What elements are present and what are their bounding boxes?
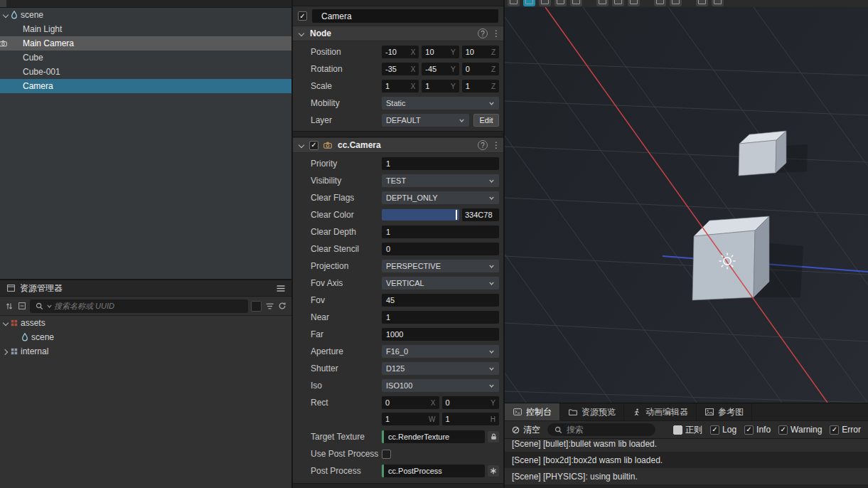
select-tool-icon[interactable] [508, 0, 520, 6]
number-input-z[interactable]: 10Z [462, 46, 499, 58]
collapse-chevron-icon[interactable] [298, 30, 305, 37]
number-input-x[interactable]: 0X [382, 396, 439, 409]
filter-checkbox[interactable] [744, 425, 754, 435]
collapse-all-icon[interactable] [17, 302, 27, 309]
near-input[interactable]: 1 [382, 311, 499, 324]
number-input-y[interactable]: 0Y [442, 396, 500, 409]
number-input-w[interactable]: 1W [382, 413, 439, 425]
help-icon[interactable]: ? [478, 28, 488, 38]
color-tag-toggle[interactable] [251, 301, 262, 312]
clear-console-button[interactable]: 清空 [510, 424, 540, 436]
number-input-y[interactable]: 1Y [422, 80, 459, 92]
aperture-select[interactable]: F16_0 [382, 345, 499, 358]
filter-error[interactable]: Error [830, 425, 861, 435]
gizmo-settings-icon[interactable] [696, 0, 708, 6]
collapse-chevron-icon[interactable] [298, 142, 305, 149]
number-input-x[interactable]: -10X [382, 46, 419, 58]
iso-select[interactable]: ISO100 [382, 379, 499, 392]
assets-search[interactable] [30, 299, 248, 313]
filter-checkbox[interactable] [778, 425, 788, 435]
camera-preview-icon[interactable] [0, 39, 7, 47]
fov-input[interactable]: 45 [382, 294, 499, 307]
camera-settings-icon[interactable] [712, 0, 724, 6]
clear-depth-input[interactable]: 1 [382, 226, 499, 238]
filter-warning[interactable]: Warning [778, 425, 822, 435]
number-input-x[interactable]: -35X [382, 63, 419, 75]
sort-assets-icon[interactable] [4, 302, 14, 310]
mobility-select[interactable]: Static [382, 97, 499, 110]
asset-item-scene[interactable]: scene [0, 330, 291, 344]
clear-color-swatch[interactable] [382, 209, 459, 221]
scene-canvas[interactable] [505, 7, 868, 403]
number-input-z[interactable]: 0Z [462, 63, 499, 75]
far-input[interactable]: 1000 [382, 328, 499, 341]
regex-toggle[interactable]: 正则 [673, 424, 702, 436]
hierarchy-item-camera[interactable]: Camera [0, 79, 291, 93]
shutter-select[interactable]: D125 [382, 362, 499, 375]
clear-stencil-input[interactable]: 0 [382, 243, 499, 255]
console-search[interactable] [547, 423, 655, 436]
clear-flags-select[interactable]: DEPTH_ONLY [382, 191, 499, 204]
filter-checkbox[interactable] [830, 425, 839, 435]
clear-color-hex[interactable]: 334C78 [462, 208, 499, 221]
section-header-node[interactable]: Node?⋮ [293, 26, 503, 41]
node-active-checkbox[interactable] [298, 11, 307, 21]
hierarchy-item-scene[interactable]: scene [0, 8, 291, 22]
scene-viewport[interactable] [505, 7, 868, 403]
tab-控制台[interactable]: 控制台 [505, 403, 560, 420]
tab-资源预览[interactable]: 资源预览 [560, 403, 624, 420]
menu-dots-icon[interactable]: ⋮ [492, 28, 498, 38]
number-input-y[interactable]: -45Y [422, 63, 459, 75]
priority-input[interactable]: 1 [382, 157, 499, 170]
log-row[interactable]: [Scene] [bullet]:bullet wasm lib loaded. [505, 439, 868, 452]
projection-select[interactable]: PERSPECTIVE [382, 260, 499, 272]
node-name-field[interactable]: Camera [312, 9, 498, 23]
visibility-select[interactable]: TEST [382, 174, 499, 187]
post-process-asset-field[interactable]: cc.PostProcess [382, 465, 485, 477]
expand-chevron-icon[interactable] [2, 319, 9, 327]
panel-menu-icon[interactable] [276, 285, 286, 292]
cube-object-2[interactable] [739, 131, 786, 176]
view-2d3d-toggle-icon[interactable] [670, 0, 682, 6]
filter-info[interactable]: Info [744, 425, 771, 435]
log-row[interactable]: [Scene] [box2d]:box2d wasm lib loaded. [505, 452, 868, 468]
target-texture-asset-field[interactable]: cc.RenderTexture [382, 430, 485, 443]
component-enabled-checkbox[interactable] [309, 141, 318, 150]
grid-toggle-icon[interactable] [654, 0, 666, 6]
regex-checkbox[interactable] [673, 425, 682, 435]
snap-icon[interactable] [628, 0, 640, 6]
refresh-icon[interactable] [277, 302, 287, 310]
asset-item-assets[interactable]: assets [0, 316, 291, 330]
rect-tool-icon[interactable] [570, 0, 582, 6]
pivot-toggle-icon[interactable] [596, 0, 609, 6]
move-tool-icon[interactable] [523, 0, 535, 6]
expand-chevron-icon[interactable] [2, 11, 9, 18]
number-input-x[interactable]: 1X [382, 80, 419, 92]
console-search-input[interactable] [567, 425, 650, 435]
search-caret-icon[interactable] [46, 304, 52, 308]
fov-axis-select[interactable]: VERTICAL [382, 277, 499, 290]
section-header-cc-camera[interactable]: cc.Camera?⋮ [293, 137, 503, 153]
tab-动画编辑器[interactable]: 动画编辑器 [624, 403, 697, 420]
layer-select[interactable]: DEFAULT [382, 114, 469, 127]
edit-layer-button[interactable]: Edit [473, 114, 499, 127]
hierarchy-item-main-light[interactable]: Main Light [0, 22, 291, 36]
filter-log[interactable]: Log [710, 425, 736, 435]
rotate-tool-icon[interactable] [539, 0, 551, 6]
filter-checkbox[interactable] [710, 425, 719, 435]
assets-search-input[interactable] [54, 302, 244, 310]
number-input-y[interactable]: 10Y [422, 46, 459, 58]
hierarchy-item-cube-001[interactable]: Cube-001 [0, 65, 291, 79]
sparkle-icon[interactable] [488, 465, 499, 477]
tab-参考图[interactable]: 参考图 [697, 403, 752, 420]
menu-dots-icon[interactable]: ⋮ [492, 140, 498, 150]
hierarchy-item-main-camera[interactable]: Main Camera [0, 36, 291, 51]
log-row[interactable]: [Scene] [PHYSICS]: using builtin. [505, 468, 868, 484]
number-input-z[interactable]: 1Z [462, 80, 499, 92]
coordinate-toggle-icon[interactable] [612, 0, 624, 6]
number-input-h[interactable]: 1H [442, 413, 500, 425]
lock-icon[interactable] [488, 431, 499, 442]
help-icon[interactable]: ? [478, 140, 488, 150]
asset-item-internal[interactable]: internal [0, 344, 291, 359]
scale-tool-icon[interactable] [554, 0, 567, 6]
